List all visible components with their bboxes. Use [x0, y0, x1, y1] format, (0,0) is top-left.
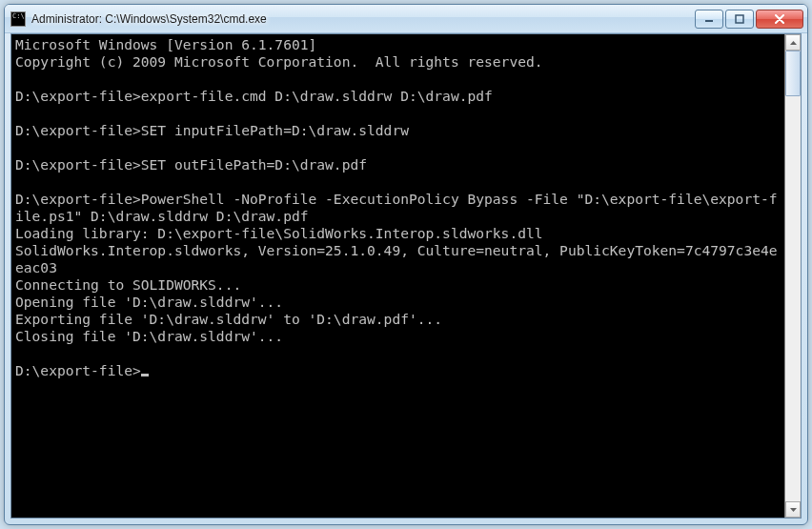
- cursor: [141, 374, 149, 376]
- svg-rect-1: [736, 15, 743, 23]
- client-area: Microsoft Windows [Version 6.1.7601] Cop…: [10, 33, 802, 519]
- close-icon: [774, 14, 785, 24]
- cmd-icon: [10, 11, 26, 27]
- chevron-down-icon: [790, 508, 797, 512]
- window-title: Administrator: C:\Windows\System32\cmd.e…: [31, 12, 693, 26]
- titlebar[interactable]: Administrator: C:\Windows\System32\cmd.e…: [5, 5, 807, 33]
- scroll-up-button[interactable]: [785, 34, 801, 51]
- maximize-icon: [735, 14, 744, 24]
- window-controls: [693, 10, 803, 29]
- vertical-scrollbar[interactable]: [784, 34, 801, 518]
- chevron-up-icon: [790, 41, 797, 45]
- cmd-window: Administrator: C:\Windows\System32\cmd.e…: [4, 4, 808, 525]
- scrollbar-thumb[interactable]: [785, 51, 801, 96]
- scrollbar-track[interactable]: [785, 51, 801, 501]
- scroll-down-button[interactable]: [785, 501, 801, 518]
- terminal-output[interactable]: Microsoft Windows [Version 6.1.7601] Cop…: [11, 34, 784, 518]
- close-button[interactable]: [756, 10, 803, 29]
- minimize-icon: [704, 14, 714, 24]
- maximize-button[interactable]: [725, 10, 754, 29]
- minimize-button[interactable]: [695, 10, 723, 29]
- svg-rect-0: [705, 20, 713, 22]
